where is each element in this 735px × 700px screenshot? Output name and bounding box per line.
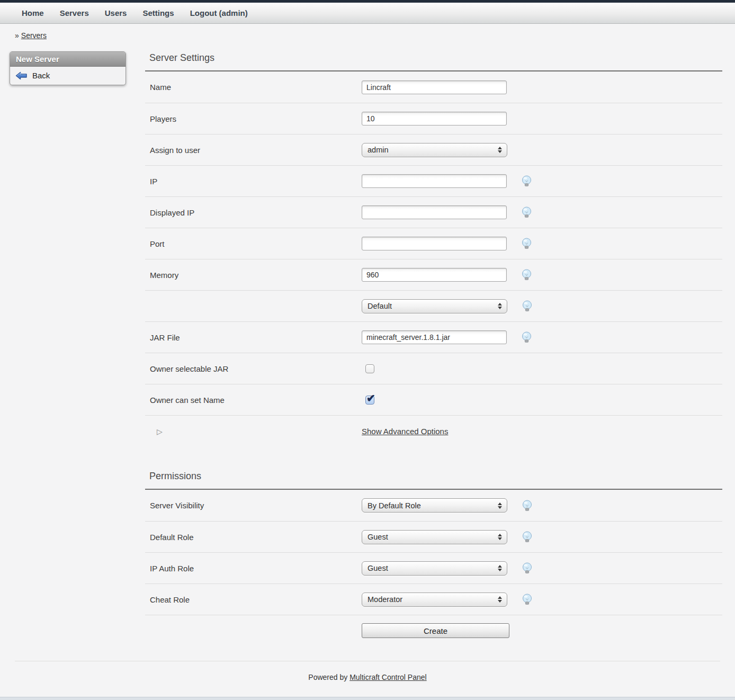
breadcrumb: »Servers: [0, 24, 735, 43]
form-row-name: Name: [145, 71, 722, 103]
select-value: Moderator: [368, 595, 402, 604]
form-row-server-visibility: Server Visibility By Default Role: [145, 490, 722, 521]
field-label: Cheat Role: [145, 595, 362, 604]
field-label: Server Visibility: [145, 501, 362, 510]
nav-item-logout[interactable]: Logout (admin): [182, 3, 256, 24]
lightbulb-icon[interactable]: [521, 175, 532, 187]
create-button[interactable]: Create: [362, 623, 509, 638]
lightbulb-icon[interactable]: [522, 500, 533, 511]
updown-stepper-icon: [498, 502, 502, 509]
form-row-ip-auth-role: IP Auth Role Guest: [145, 552, 722, 584]
displayed-ip-input[interactable]: [362, 205, 507, 219]
lightbulb-icon[interactable]: [522, 531, 533, 543]
permissions-heading: Permissions: [145, 471, 722, 482]
form-row-owner-can-set-name: Owner can set Name: [145, 384, 722, 415]
nav-item-settings[interactable]: Settings: [135, 3, 182, 24]
form-row-port: Port: [145, 228, 722, 259]
port-input[interactable]: [362, 237, 507, 250]
assign-user-select[interactable]: admin: [362, 143, 507, 157]
select-value: admin: [368, 146, 389, 154]
breadcrumb-symbol: »: [15, 31, 19, 40]
updown-stepper-icon: [498, 596, 502, 603]
page-footer: Powered by Multicraft Control Panel: [15, 661, 720, 697]
field-label: Displayed IP: [145, 208, 362, 217]
form-row-memory: Memory: [145, 259, 722, 290]
lightbulb-icon[interactable]: [522, 594, 533, 605]
lightbulb-icon[interactable]: [521, 207, 532, 218]
field-label: Owner selectable JAR: [145, 364, 362, 373]
back-button[interactable]: Back: [15, 71, 120, 80]
updown-stepper-icon: [498, 534, 502, 540]
form-row-default-select: Default: [145, 290, 722, 321]
server-settings-heading: Server Settings: [145, 52, 722, 64]
panel-title: New Server: [10, 52, 126, 67]
form-row-ip: IP: [145, 165, 722, 196]
field-label: IP: [145, 177, 362, 186]
lightbulb-icon[interactable]: [522, 562, 533, 574]
ip-input[interactable]: [362, 174, 507, 188]
default-role-select[interactable]: Guest: [362, 530, 507, 544]
field-label: Assign to user: [145, 146, 362, 155]
cheat-role-select[interactable]: Moderator: [362, 593, 507, 607]
select-value: Guest: [368, 564, 388, 572]
form-row-assign-user: Assign to user admin: [145, 134, 722, 165]
server-visibility-select[interactable]: By Default Role: [362, 498, 507, 513]
back-button-label: Back: [32, 71, 50, 80]
form-row-players: Players: [145, 103, 722, 134]
form-row-displayed-ip: Displayed IP: [145, 196, 722, 228]
window-bottom-strip: [0, 697, 735, 700]
field-label: IP Auth Role: [145, 564, 362, 573]
field-label: Memory: [145, 271, 362, 280]
jar-file-input[interactable]: [362, 330, 507, 344]
updown-stepper-icon: [498, 565, 502, 571]
field-label: Name: [145, 83, 362, 92]
lightbulb-icon[interactable]: [521, 331, 532, 343]
select-value: Default: [368, 302, 392, 310]
triangle-right-icon[interactable]: ▷: [150, 427, 163, 436]
updown-stepper-icon: [498, 303, 502, 309]
ip-auth-role-select[interactable]: Guest: [362, 561, 507, 576]
form-row-default-role: Default Role Guest: [145, 521, 722, 552]
show-advanced-options-link[interactable]: Show Advanced Options: [362, 427, 448, 436]
lightbulb-icon[interactable]: [521, 238, 532, 249]
breadcrumb-servers-link[interactable]: Servers: [21, 31, 47, 40]
form-row-jar-file: JAR File: [145, 321, 722, 353]
main-navbar: Home Servers Users Settings Logout (admi…: [0, 3, 735, 24]
default-select[interactable]: Default: [362, 299, 507, 313]
players-input[interactable]: [362, 112, 507, 125]
form-row-advanced-toggle: ▷ Show Advanced Options: [145, 415, 722, 446]
name-input[interactable]: [362, 80, 507, 94]
owner-can-set-name-checkbox[interactable]: [365, 396, 374, 405]
form-row-create: Create: [145, 615, 722, 646]
nav-item-home[interactable]: Home: [14, 3, 52, 24]
main-content: Server Settings Name Players Assign to u…: [145, 52, 722, 646]
field-label: JAR File: [145, 333, 362, 342]
field-label: Port: [145, 239, 362, 248]
select-value: By Default Role: [368, 501, 421, 510]
field-label: Owner can set Name: [145, 396, 362, 405]
field-label: Players: [145, 114, 362, 123]
owner-selectable-jar-checkbox[interactable]: [365, 364, 374, 373]
select-value: Guest: [368, 533, 388, 541]
back-arrow-icon: [15, 71, 27, 80]
new-server-panel: New Server Back: [10, 51, 126, 85]
nav-item-servers[interactable]: Servers: [52, 3, 97, 24]
multicraft-link[interactable]: Multicraft Control Panel: [349, 673, 427, 681]
updown-stepper-icon: [498, 147, 502, 153]
footer-text: Powered by: [308, 673, 347, 681]
form-row-cheat-role: Cheat Role Moderator: [145, 584, 722, 615]
nav-item-users[interactable]: Users: [97, 3, 135, 24]
lightbulb-icon[interactable]: [522, 300, 533, 312]
field-label: Default Role: [145, 533, 362, 542]
form-row-owner-selectable-jar: Owner selectable JAR: [145, 353, 722, 384]
memory-input[interactable]: [362, 268, 507, 282]
lightbulb-icon[interactable]: [521, 269, 532, 281]
